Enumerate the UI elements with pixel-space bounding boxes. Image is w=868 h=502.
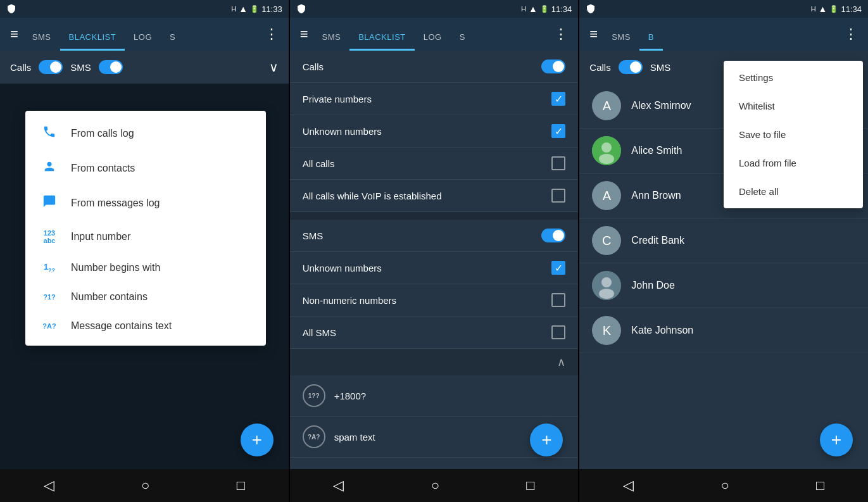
all-calls-row[interactable]: All calls (290, 147, 579, 180)
menu-contacts-label: From contacts (71, 163, 135, 174)
non-numeric-label: Non-numeric numbers (303, 295, 552, 306)
status-time-3: 11:34 (841, 4, 862, 14)
back-button-3[interactable]: ◁ (623, 477, 634, 494)
tab-log-1[interactable]: LOG (125, 32, 161, 51)
unknown-sms-row[interactable]: Unknown numbers ✓ (290, 252, 579, 284)
recent-button-2[interactable]: □ (526, 477, 534, 494)
context-dropdown-menu: Settings Whitelist Save to file Load fro… (724, 61, 863, 208)
begins-icon: 1?? (41, 262, 58, 273)
unknown-numbers-label: Unknown numbers (303, 126, 552, 137)
tab-sms-1[interactable]: SMS (23, 32, 60, 51)
back-button-1[interactable]: ◁ (44, 477, 54, 494)
fab-1[interactable]: + (241, 424, 274, 456)
tab-sms-3[interactable]: SMS (603, 32, 639, 51)
more-icon-1[interactable]: ⋮ (260, 21, 284, 47)
text-icon: ?A? (41, 322, 58, 330)
chevron-up-icon[interactable]: ∧ (557, 355, 565, 369)
status-time-2: 11:34 (551, 4, 572, 14)
recent-button-3[interactable]: □ (816, 477, 824, 494)
private-numbers-row[interactable]: Private numbers ✓ (290, 83, 579, 115)
voip-calls-label: All calls while VoIP is established (303, 191, 552, 201)
signal-2: ▲ (529, 4, 538, 14)
unknown-numbers-row[interactable]: Unknown numbers ✓ (290, 115, 579, 147)
more-icon-2[interactable]: ⋮ (549, 21, 573, 47)
bottom-bar-3: ◁ ○ □ (579, 469, 868, 502)
status-bar-1: H ▲ 🔋 11:33 (0, 0, 289, 18)
begins-icon-2: 1?? (303, 384, 325, 407)
menu-calls-log[interactable]: From calls log (25, 116, 266, 151)
avatar-ann: A (592, 181, 621, 210)
all-sms-checkbox[interactable] (551, 325, 565, 339)
tab-blacklist-2[interactable]: BLACKLIST (349, 32, 415, 51)
shield-icon-2 (296, 4, 306, 14)
hamburger-icon-2[interactable]: ≡ (295, 21, 313, 47)
menu-begins-label: Number begins with (71, 262, 160, 273)
signal-h-3: H (811, 5, 816, 13)
tab-blacklist-1[interactable]: BLACKLIST (60, 32, 125, 51)
unknown-numbers-checkbox[interactable]: ✓ (551, 124, 565, 138)
home-button-3[interactable]: ○ (720, 477, 729, 494)
contact-item-credit[interactable]: C Credit Bank (579, 218, 868, 263)
calls-label-3: Calls (589, 62, 610, 73)
context-load[interactable]: Load from file (724, 149, 863, 177)
more-icon-3[interactable]: ⋮ (839, 21, 863, 47)
context-whitelist[interactable]: Whitelist (724, 92, 863, 120)
panel-1: H ▲ 🔋 11:33 ≡ SMS BLACKLIST LOG S ⋮ Call… (0, 0, 289, 502)
all-sms-row[interactable]: All SMS (290, 317, 579, 349)
calls-toggle-2[interactable] (541, 60, 565, 73)
sms-toggle-1[interactable] (99, 60, 123, 74)
all-calls-checkbox[interactable] (551, 156, 565, 170)
tab-blacklist-3[interactable]: B (639, 32, 663, 51)
sms-toggle-2[interactable] (541, 229, 565, 242)
svg-point-5 (599, 289, 614, 299)
unknown-sms-checkbox[interactable]: ✓ (551, 261, 565, 275)
recent-button-1[interactable]: □ (237, 477, 245, 494)
svg-point-2 (599, 154, 614, 164)
context-delete[interactable]: Delete all (724, 177, 863, 206)
hamburger-icon-3[interactable]: ≡ (584, 21, 603, 47)
calls-toggle-1[interactable] (39, 60, 63, 74)
status-bar-3: H ▲ 🔋 11:34 (579, 0, 868, 18)
menu-contains-label: Number contains (71, 291, 148, 303)
voip-calls-checkbox[interactable] (551, 189, 565, 203)
add-dropdown-menu: From calls log From contacts From messag… (25, 111, 266, 346)
menu-text-contains[interactable]: ?A? Message contains text (25, 311, 266, 341)
all-sms-label: All SMS (303, 327, 552, 338)
context-settings[interactable]: Settings (724, 63, 863, 92)
menu-messages-log[interactable]: From messages log (25, 185, 266, 220)
context-save[interactable]: Save to file (724, 120, 863, 149)
chevron-down-icon[interactable]: ∨ (269, 60, 279, 75)
menu-input-number[interactable]: 123 abc Input number (25, 220, 266, 253)
signal-h: H (231, 5, 236, 13)
sms-label-3: SMS (650, 62, 671, 73)
back-button-2[interactable]: ◁ (333, 477, 344, 494)
avatar-alice (592, 136, 621, 165)
calls-toggle-3[interactable] (619, 60, 643, 74)
tab-log-2[interactable]: LOG (415, 32, 451, 51)
private-numbers-checkbox[interactable]: ✓ (551, 92, 565, 106)
fab-3[interactable]: + (820, 424, 853, 456)
voip-calls-row[interactable]: All calls while VoIP is established (290, 180, 579, 212)
menu-input-label: Input number (71, 231, 130, 242)
home-button-2[interactable]: ○ (431, 477, 439, 494)
tab-sms-2[interactable]: SMS (313, 32, 350, 51)
non-numeric-checkbox[interactable] (551, 293, 565, 307)
contact-item-john[interactable]: John Doe (579, 263, 868, 308)
contact-item-kate[interactable]: K Kate Johnson (579, 308, 868, 353)
non-numeric-row[interactable]: Non-numeric numbers (290, 284, 579, 317)
number-item-1800[interactable]: 1?? +1800? (290, 375, 579, 417)
contact-name-kate: Kate Johnson (631, 325, 855, 336)
avatar-kate: K (592, 316, 621, 345)
menu-contains[interactable]: ?1? Number contains (25, 282, 266, 311)
home-button-1[interactable]: ○ (141, 477, 149, 494)
tab-s-2[interactable]: S (451, 32, 474, 51)
sms-label-1: SMS (70, 62, 91, 73)
nav-tabs-1: SMS BLACKLIST LOG S (23, 18, 260, 51)
hamburger-icon[interactable]: ≡ (5, 21, 23, 47)
menu-contacts[interactable]: From contacts (25, 151, 266, 185)
calls-section-header: Calls (290, 51, 579, 83)
fab-2[interactable]: + (530, 424, 563, 456)
menu-begins-with[interactable]: 1?? Number begins with (25, 253, 266, 282)
panel-2: H ▲ 🔋 11:34 ≡ SMS BLACKLIST LOG S ⋮ Call… (290, 0, 579, 502)
tab-s-1[interactable]: S (161, 32, 184, 51)
